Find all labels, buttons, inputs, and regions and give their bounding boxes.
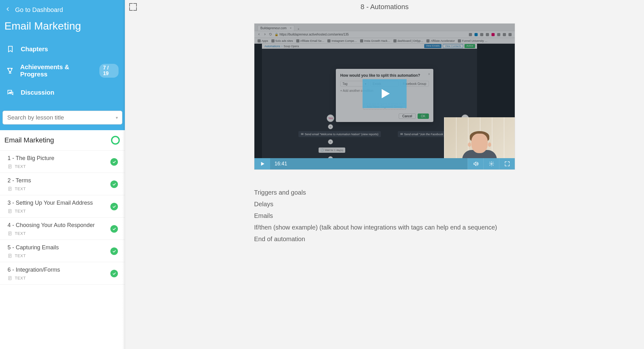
settings-button[interactable]: [483, 158, 499, 169]
course-title: Email Marketing: [4, 19, 120, 38]
sidebar: Go to Dashboard Email Marketing Chapters…: [0, 0, 125, 349]
play-button[interactable]: [363, 79, 407, 108]
lesson-type: TEXT: [8, 209, 108, 213]
lesson-title: 2 - Terms: [8, 177, 108, 184]
complete-check-icon: [110, 158, 118, 166]
complete-check-icon: [110, 247, 118, 255]
lesson-type: TEXT: [8, 231, 108, 236]
page-title: 8 - Automations: [138, 3, 631, 11]
lesson-list[interactable]: 1 - The Big Picture TEXT 2 - Terms TEXT …: [0, 151, 125, 349]
progress-badge: 7 / 19: [99, 64, 119, 78]
bookmark-icon: [6, 45, 14, 53]
lesson-item[interactable]: 4 - Choosing Your Auto Responder TEXT: [0, 218, 125, 240]
fullscreen-toggle-button[interactable]: [128, 2, 138, 12]
complete-check-icon: [110, 180, 118, 188]
note-line: Delays: [254, 198, 515, 210]
lesson-item[interactable]: 6 - Integration/Forms TEXT: [0, 262, 125, 285]
nav-chapters[interactable]: Chapters: [4, 40, 120, 58]
lesson-title: 4 - Choosing Your Auto Responder: [8, 222, 108, 229]
lesson-item[interactable]: 3 - Setting Up Your Email Address TEXT: [0, 195, 125, 218]
nav-achievements-label: Achievements & Progress: [20, 64, 93, 78]
nav-discussion-label: Discussion: [21, 89, 54, 96]
section-title: Email Marketing: [4, 136, 54, 144]
lesson-type: TEXT: [8, 164, 108, 169]
chat-icon: [6, 89, 14, 96]
main: 8 - Automations Buildapreneur.com× + 🔒 h…: [125, 0, 644, 349]
lesson-item[interactable]: 2 - Terms TEXT: [0, 173, 125, 195]
lesson-title: 6 - Integration/Forms: [8, 267, 108, 273]
complete-check-icon: [110, 270, 118, 277]
note-line: If/then (show example) (talk about how i…: [254, 222, 515, 233]
lesson-type: TEXT: [8, 186, 108, 191]
lesson-notes: Triggers and goals Delays Emails If/then…: [254, 170, 515, 245]
complete-check-icon: [110, 225, 118, 233]
volume-button[interactable]: [468, 158, 483, 169]
svg-point-6: [491, 163, 492, 165]
lesson-type: TEXT: [8, 276, 108, 280]
presenter-webcam: [444, 117, 515, 158]
lesson-type: TEXT: [8, 253, 108, 258]
lesson-item[interactable]: 5 - Capturing Emails TEXT: [0, 240, 125, 262]
lesson-title: 1 - The Big Picture: [8, 155, 108, 162]
chevron-left-icon: [6, 6, 10, 14]
lesson-item[interactable]: 1 - The Big Picture TEXT: [0, 151, 125, 173]
complete-check-icon: [110, 203, 118, 210]
video-duration: 16:41: [270, 161, 468, 167]
video-player[interactable]: Buildapreneur.com× + 🔒 https://buildapre…: [254, 23, 515, 170]
progress-ring-icon: [111, 136, 120, 145]
nav-chapters-label: Chapters: [21, 46, 48, 53]
lesson-title: 3 - Setting Up Your Email Address: [8, 200, 108, 206]
video-controls: 16:41: [254, 158, 515, 169]
search-input[interactable]: [3, 111, 122, 125]
nav-discussion[interactable]: Discussion: [4, 84, 120, 101]
back-to-dashboard[interactable]: Go to Dashboard: [4, 3, 120, 19]
lesson-title: 5 - Capturing Emails: [8, 244, 108, 251]
section-header[interactable]: Email Marketing: [0, 130, 125, 151]
back-label: Go to Dashboard: [15, 6, 63, 14]
fullscreen-button[interactable]: [499, 158, 515, 169]
nav-achievements[interactable]: Achievements & Progress 7 / 19: [4, 58, 120, 83]
note-line: Triggers and goals: [254, 187, 515, 198]
note-line: Emails: [254, 210, 515, 222]
play-small-button[interactable]: [254, 158, 270, 169]
trophy-icon: [6, 67, 14, 75]
note-line: End of automation: [254, 233, 515, 245]
